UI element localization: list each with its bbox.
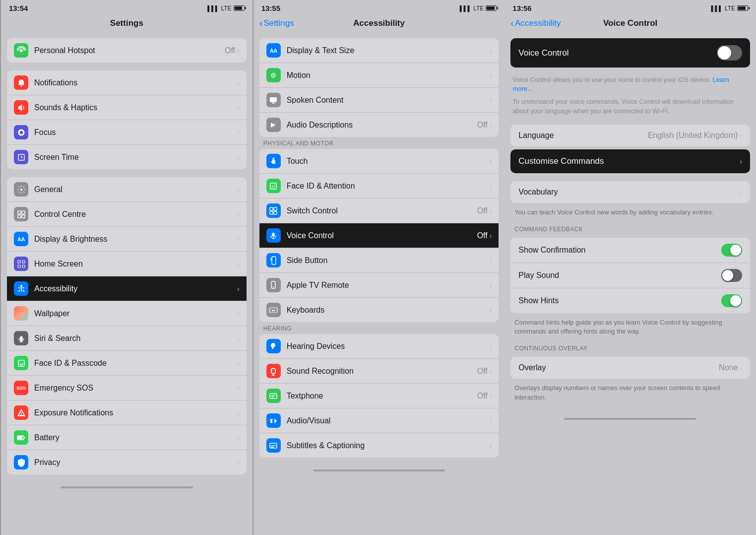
svg-rect-16	[18, 360, 24, 366]
voice-control-toggle-row[interactable]: Voice Control	[510, 38, 750, 67]
item-audio-desc[interactable]: Audio Descriptions Off ›	[259, 113, 499, 137]
vc-language-row[interactable]: Language English (United Kingdom) ›	[510, 125, 750, 146]
svg-rect-22	[18, 436, 22, 439]
item-wallpaper[interactable]: Wallpaper ›	[7, 301, 247, 326]
label-motion: Motion	[287, 71, 490, 80]
value-sound-recognition: Off	[477, 367, 488, 376]
item-voice-control[interactable]: Voice Control Off ›	[259, 223, 499, 248]
chevron-vocabulary: ›	[740, 188, 742, 196]
icon-notifications	[14, 75, 28, 90]
item-screen-time[interactable]: Screen Time ›	[7, 145, 247, 169]
label-privacy: Privacy	[34, 458, 237, 467]
value-textphone: Off	[477, 392, 488, 401]
item-touch[interactable]: Touch ›	[259, 149, 499, 174]
svg-point-3	[20, 189, 22, 191]
item-apple-tv[interactable]: Apple TV Remote ›	[259, 273, 499, 298]
item-face-id-attention[interactable]: Face ID & Attention ›	[259, 174, 499, 199]
icon-siri	[14, 331, 28, 345]
chevron-apple-tv: ›	[490, 281, 492, 289]
item-subtitles[interactable]: Subtitles & Captioning ›	[259, 433, 499, 458]
label-battery: Battery	[34, 433, 237, 442]
item-personal-hotspot[interactable]: Personal Hotspot Off ›	[7, 38, 247, 63]
item-display-text-size[interactable]: AA Display & Text Size ›	[259, 38, 499, 63]
nav-title-1: Settings	[110, 18, 143, 28]
label-hearing-devices: Hearing Devices	[287, 342, 490, 351]
icon-sound-recognition	[266, 364, 281, 378]
chevron-motion: ›	[490, 71, 492, 79]
toggle-knob-play-sound	[722, 270, 733, 281]
vc-overlay-label: Overlay	[518, 363, 719, 372]
chevron-exposure: ›	[237, 409, 240, 417]
vc-overlay-row[interactable]: Overlay None ›	[510, 357, 750, 379]
toggle-knob-confirmation	[730, 245, 741, 256]
svg-rect-25	[270, 97, 277, 102]
icon-display-text: AA	[266, 43, 281, 58]
chevron-switch-control: ›	[490, 207, 492, 215]
item-hearing-devices[interactable]: Hearing Devices ›	[259, 334, 499, 359]
item-notifications[interactable]: Notifications ›	[7, 70, 247, 95]
chevron-audio-desc: ›	[490, 121, 492, 129]
item-spoken-content[interactable]: Spoken Content ›	[259, 88, 499, 113]
item-side-button[interactable]: Side Button ›	[259, 248, 499, 273]
panel-accessibility: 13:55 ▌▌▌ LTE ‹ Settings Accessibility A…	[253, 0, 505, 535]
vc-customise-row[interactable]: Customise Commands ›	[510, 149, 750, 173]
vc-play-sound-row[interactable]: Play Sound	[510, 263, 750, 288]
nav-back-2[interactable]: ‹ Settings	[259, 18, 294, 28]
nav-title-3: Voice Control	[603, 18, 657, 28]
svg-point-13	[20, 336, 23, 341]
item-textphone[interactable]: Textphone Off ›	[259, 384, 499, 408]
item-display-brightness[interactable]: AA Display & Brightness ›	[7, 227, 247, 252]
show-hints-toggle[interactable]	[721, 294, 742, 307]
svg-point-34	[272, 233, 275, 237]
item-privacy[interactable]: Privacy ›	[7, 450, 247, 474]
item-sound-recognition[interactable]: Sound Recognition Off ›	[259, 359, 499, 384]
chevron-language: ›	[740, 132, 742, 139]
vc-show-confirmation-label: Show Confirmation	[518, 246, 721, 255]
item-face-id[interactable]: Face ID & Passcode ›	[7, 351, 247, 376]
nav-back-3[interactable]: ‹ Accessibility	[510, 18, 561, 28]
voice-control-content: Voice Control Voice Control allows you t…	[504, 34, 756, 535]
svg-point-40	[273, 286, 274, 287]
item-battery[interactable]: Battery ›	[7, 425, 247, 450]
label-textphone: Textphone	[287, 392, 477, 401]
item-control-centre[interactable]: Control Centre ›	[7, 202, 247, 227]
item-exposure[interactable]: Exposure Notifications ›	[7, 401, 247, 425]
chevron-wallpaper: ›	[237, 310, 240, 318]
item-motion[interactable]: Motion ›	[259, 63, 499, 88]
vc-vocabulary-desc: You can teach Voice Control new words by…	[504, 206, 756, 221]
item-sounds-haptics[interactable]: Sounds & Haptics ›	[7, 95, 247, 120]
item-focus[interactable]: Focus ›	[7, 120, 247, 145]
signal-2: ▌▌▌	[460, 5, 471, 11]
item-keyboards[interactable]: Keyboards ›	[259, 298, 499, 322]
svg-point-12	[20, 285, 22, 287]
group-hearing: Hearing Devices › Sound Recognition Off …	[259, 334, 499, 458]
item-home-screen[interactable]: Home Screen ›	[7, 252, 247, 276]
voice-control-toggle[interactable]	[717, 45, 742, 61]
item-emergency-sos[interactable]: SOS Emergency SOS ›	[7, 376, 247, 401]
item-siri-search[interactable]: Siri & Search ›	[7, 326, 247, 351]
chevron-general: ›	[237, 186, 240, 194]
vc-feedback-section: Show Confirmation Play Sound Show Hints	[510, 238, 750, 313]
vc-toggle-label: Voice Control	[518, 48, 568, 58]
item-accessibility[interactable]: Accessibility ›	[7, 276, 247, 301]
item-audio-visual[interactable]: Audio/Visual ›	[259, 408, 499, 433]
battery-icon-2	[486, 5, 497, 11]
value-personal-hotspot: Off	[225, 46, 235, 55]
status-bar-2: 13:55 ▌▌▌ LTE	[253, 0, 505, 14]
play-sound-toggle[interactable]	[721, 269, 742, 282]
vc-vocabulary-row[interactable]: Vocabulary ›	[510, 181, 750, 203]
label-spoken: Spoken Content	[287, 96, 490, 105]
value-audio-desc: Off	[477, 121, 488, 130]
vc-show-hints-label: Show Hints	[518, 296, 721, 305]
item-switch-control[interactable]: Switch Control Off ›	[259, 199, 499, 223]
vc-show-hints-row[interactable]: Show Hints	[510, 288, 750, 313]
vc-language-label: Language	[518, 131, 648, 140]
item-general[interactable]: General ›	[7, 177, 247, 202]
label-accessibility: Accessibility	[34, 284, 237, 293]
show-confirmation-toggle[interactable]	[721, 244, 742, 257]
chevron-sound-recognition: ›	[490, 367, 492, 375]
vc-vocabulary-section: Vocabulary ›	[510, 181, 750, 203]
vc-show-confirmation-row[interactable]: Show Confirmation	[510, 238, 750, 263]
panel-settings: 13:54 ▌▌▌ LTE Settings Personal Hotspot …	[0, 0, 253, 535]
status-bar-3: 13:56 ▌▌▌ LTE	[504, 0, 756, 14]
